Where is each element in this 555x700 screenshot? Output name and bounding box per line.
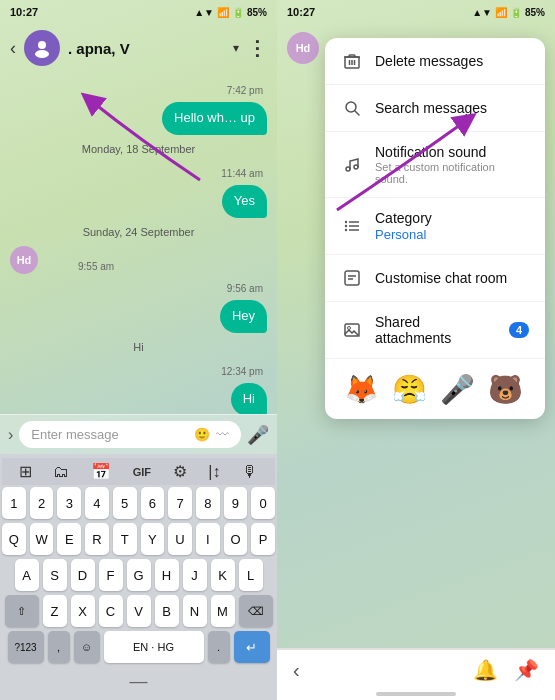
svg-point-12 <box>354 165 358 169</box>
key-4[interactable]: 4 <box>85 487 109 519</box>
key-a[interactable]: A <box>15 559 39 591</box>
key-c[interactable]: C <box>99 595 123 627</box>
key-symbols[interactable]: ?123 <box>8 631 44 663</box>
expand-icon[interactable]: › <box>8 426 13 444</box>
key-0[interactable]: 0 <box>251 487 275 519</box>
svg-point-17 <box>345 225 347 227</box>
sticker-3[interactable]: 🎤 <box>437 369 477 409</box>
key-z[interactable]: Z <box>43 595 67 627</box>
key-7[interactable]: 7 <box>168 487 192 519</box>
menu-item-customise[interactable]: Customise chat room <box>325 255 545 302</box>
key-shift[interactable]: ⇧ <box>5 595 39 627</box>
keyboard-settings-icon[interactable]: ⚙ <box>173 462 187 481</box>
key-5[interactable]: 5 <box>113 487 137 519</box>
key-u[interactable]: U <box>168 523 192 555</box>
attachment-icon <box>341 319 363 341</box>
trash-icon <box>341 50 363 72</box>
search-icon <box>341 97 363 119</box>
key-backspace[interactable]: ⌫ <box>239 595 273 627</box>
key-y[interactable]: Y <box>141 523 165 555</box>
date-divider: Monday, 18 September <box>10 143 267 155</box>
sticker-4[interactable]: 🐻 <box>485 369 525 409</box>
svg-line-10 <box>355 111 359 115</box>
key-k[interactable]: K <box>211 559 235 591</box>
sent-message: Hey <box>220 300 267 333</box>
back-button[interactable]: ‹ <box>10 38 16 59</box>
svg-point-11 <box>346 167 350 171</box>
emoji-icon[interactable]: 🙂 <box>194 427 210 442</box>
menu-item-shared[interactable]: Shared attachments 4 <box>325 302 545 359</box>
status-icons-right: ▲▼ 📶 🔋 85% <box>472 7 545 18</box>
back-button-right[interactable]: ‹ <box>293 659 300 682</box>
keyboard-mic-icon[interactable]: 🎙 <box>242 463 258 481</box>
key-x[interactable]: X <box>71 595 95 627</box>
bottom-nav-row: ‹ 🔔 📌 <box>277 649 555 690</box>
key-v[interactable]: V <box>127 595 151 627</box>
key-dot[interactable]: . <box>208 631 230 663</box>
key-e[interactable]: E <box>57 523 81 555</box>
key-1[interactable]: 1 <box>2 487 26 519</box>
keyboard-gif-icon[interactable]: GIF <box>133 466 151 478</box>
bell-icon[interactable]: 🔔 <box>473 658 498 682</box>
svg-point-1 <box>35 50 49 58</box>
key-p[interactable]: P <box>251 523 275 555</box>
key-8[interactable]: 8 <box>196 487 220 519</box>
attachment-badge: 4 <box>509 322 529 338</box>
contact-name: . apna, V <box>68 40 225 57</box>
key-w[interactable]: W <box>30 523 54 555</box>
sent-message: Hello wh… up <box>162 102 267 135</box>
key-m[interactable]: M <box>211 595 235 627</box>
status-time-right: 10:27 <box>287 6 315 18</box>
home-indicator-right <box>277 690 555 700</box>
mic-icon[interactable]: 🎤 <box>247 424 269 446</box>
key-g[interactable]: G <box>127 559 151 591</box>
left-panel: 10:27 ▲▼ 📶 🔋 85% ‹ . apna, V ▾ ⋮ 7:42 pm… <box>0 0 277 700</box>
menu-item-delete[interactable]: Delete messages <box>325 38 545 85</box>
category-text: Category Personal <box>375 210 529 242</box>
key-j[interactable]: J <box>183 559 207 591</box>
key-n[interactable]: N <box>183 595 207 627</box>
notification-sound-text: Notification sound Set a custom notifica… <box>375 144 529 185</box>
delete-messages-text: Delete messages <box>375 53 529 69</box>
chevron-down-icon[interactable]: ▾ <box>233 41 239 55</box>
key-h[interactable]: H <box>155 559 179 591</box>
voice-wave-icon[interactable]: 〰 <box>216 427 229 442</box>
customise-chat-text: Customise chat room <box>375 270 529 286</box>
pin-icon[interactable]: 📌 <box>514 658 539 682</box>
menu-item-search[interactable]: Search messages <box>325 85 545 132</box>
key-q[interactable]: Q <box>2 523 26 555</box>
key-enter[interactable]: ↵ <box>234 631 270 663</box>
sticker-1[interactable]: 🦊 <box>341 369 381 409</box>
key-space[interactable]: EN · HG <box>104 631 204 663</box>
key-o[interactable]: O <box>224 523 248 555</box>
key-emoji[interactable]: ☺ <box>74 631 100 663</box>
sent-message: Hi <box>231 383 267 414</box>
dropdown-menu: Delete messages Search messages <box>325 38 545 419</box>
key-i[interactable]: I <box>196 523 220 555</box>
key-2[interactable]: 2 <box>30 487 54 519</box>
more-options-button[interactable]: ⋮ <box>247 36 267 60</box>
sticker-2[interactable]: 😤 <box>389 369 429 409</box>
keyboard-row-bottom: ?123 , ☺ EN · HG . ↵ <box>2 631 275 663</box>
keyboard-cursor-icon[interactable]: |↕ <box>208 463 220 481</box>
key-f[interactable]: F <box>99 559 123 591</box>
music-note-icon <box>341 154 363 176</box>
chat-header: ‹ . apna, V ▾ ⋮ <box>0 24 277 72</box>
key-comma[interactable]: , <box>48 631 70 663</box>
keyboard-calendar-icon[interactable]: 📅 <box>91 462 111 481</box>
keyboard-grid-icon[interactable]: ⊞ <box>19 462 32 481</box>
key-s[interactable]: S <box>43 559 67 591</box>
key-6[interactable]: 6 <box>141 487 165 519</box>
key-t[interactable]: T <box>113 523 137 555</box>
key-3[interactable]: 3 <box>57 487 81 519</box>
key-d[interactable]: D <box>71 559 95 591</box>
key-r[interactable]: R <box>85 523 109 555</box>
menu-item-notification[interactable]: Notification sound Set a custom notifica… <box>325 132 545 198</box>
menu-item-category[interactable]: Category Personal <box>325 198 545 255</box>
svg-rect-19 <box>345 271 359 285</box>
message-input[interactable]: Enter message 🙂 〰 <box>19 421 241 448</box>
key-9[interactable]: 9 <box>224 487 248 519</box>
keyboard-sticker-icon[interactable]: 🗂 <box>53 463 69 481</box>
key-b[interactable]: B <box>155 595 179 627</box>
key-l[interactable]: L <box>239 559 263 591</box>
